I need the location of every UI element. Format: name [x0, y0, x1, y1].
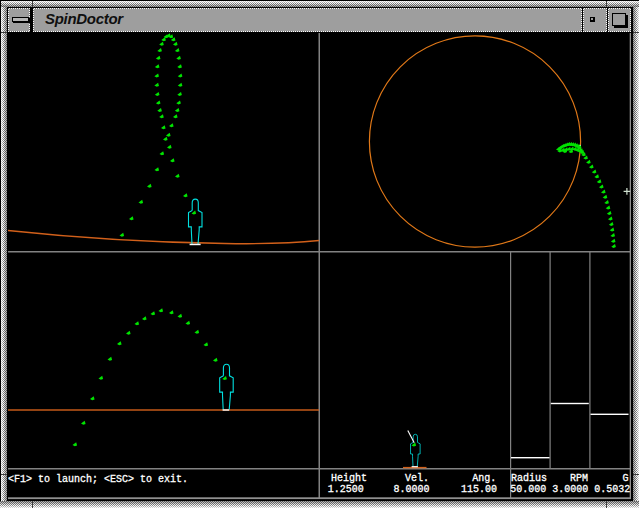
- svg-text:Height: Height: [331, 473, 367, 484]
- svg-text:8.0000: 8.0000: [394, 484, 430, 495]
- svg-text:Ang.: Ang.: [472, 473, 496, 484]
- svg-text:G: G: [622, 473, 628, 484]
- svg-text:115.00: 115.00: [461, 484, 497, 495]
- svg-text:50.000 3.0000 0.5032: 50.000 3.0000 0.5032: [510, 484, 630, 495]
- svg-text:Radius: Radius: [511, 473, 547, 484]
- svg-text:<F1> to launch; <ESC> to exit.: <F1> to launch; <ESC> to exit.: [8, 474, 188, 485]
- svg-text:RPM: RPM: [570, 473, 588, 484]
- svg-text:1.2500: 1.2500: [328, 484, 364, 495]
- svg-text:Vel.: Vel.: [405, 473, 429, 484]
